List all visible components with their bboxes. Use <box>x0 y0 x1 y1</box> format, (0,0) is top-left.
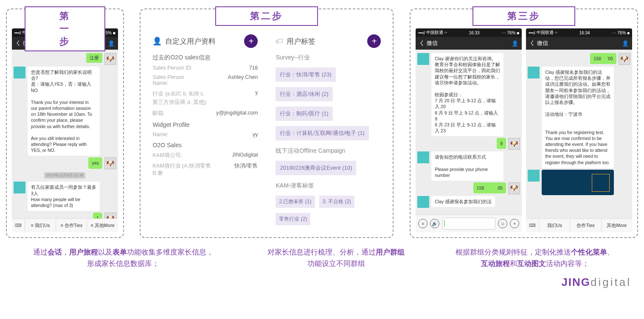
tag-section: 线下活动Offline Campaign <box>276 147 381 155</box>
tag[interactable]: 2.已撩未答 (1) <box>276 196 315 208</box>
brand-logo: JINGdigital <box>561 276 631 288</box>
logo-row: JINGdigital <box>0 274 644 293</box>
tag[interactable]: 行业：制药/医疗 (1) <box>276 106 332 121</box>
descriptions-row: 通过会话，用户旅程以及表单功能收集多维度家长信息，形成家长信息数据库； 对家长信… <box>0 238 644 274</box>
field-label: KAM填公司: <box>152 152 182 159</box>
avatar <box>417 196 429 208</box>
menu-us[interactable]: 我们Us <box>539 219 570 232</box>
message-bubble: Clay 谢谢你们的关注和咨询。教育分享会和校园体验日是了解我校的最好交流平台，… <box>431 53 503 136</box>
avatar <box>417 151 429 163</box>
section-header: 过去的O2O sales信息 <box>152 54 258 62</box>
phone-3a: •••ıl中国联通⌔ 16:33 ⋯ 76% ■ く 微信 👤 Clay 谢谢你… <box>416 28 522 232</box>
field-value: Ashley Chen <box>228 74 258 86</box>
status-bar: •••ıl中国联通⌔ 16:33 ⋯ 76% ■ <box>416 28 522 37</box>
menu-more[interactable]: ≡ 其他More <box>87 219 118 232</box>
tag[interactable]: 零售行业 (2) <box>276 213 310 225</box>
avatar: 🐶 <box>508 182 520 194</box>
avatar <box>528 170 540 182</box>
field-label: KAM填行业 (A.快消零售 B.奢 <box>152 162 212 177</box>
timestamp-wrap: 2017年11月6日 21:38 <box>14 171 116 180</box>
menu-ties[interactable]: ≡ 合作Ties <box>56 219 87 232</box>
bottom-menu-bar: ⌨ 我们Us 合作Ties 其他More <box>526 218 632 232</box>
chat-input[interactable] <box>442 218 495 229</box>
field-label: Sales Person ID: <box>152 65 192 71</box>
menu-more[interactable]: 其他More <box>601 219 632 232</box>
tag[interactable]: 20190228澳商会议Event (10) <box>276 161 356 175</box>
tags-panel: 🏷 用户标签 + Survey--行业 行业：快消/零售 (23) 行业：酒店/… <box>269 28 388 232</box>
register-button[interactable]: 注册 <box>86 53 102 63</box>
back-icon[interactable]: く <box>15 39 21 47</box>
plus-icon[interactable]: + <box>510 219 519 228</box>
reply-bubble: yes <box>88 157 102 168</box>
signal-icon: •••ıl <box>418 31 425 35</box>
keyboard-icon[interactable]: ⌨ <box>526 223 539 228</box>
reply-row: 🐶 yes <box>14 157 116 169</box>
reply-bubble: 158 05 <box>473 182 506 193</box>
signal-icon: •••ıl <box>529 31 535 35</box>
tag[interactable]: 行业：酒店/休闲 (2) <box>276 87 332 101</box>
back-icon[interactable]: く <box>419 39 425 47</box>
tag[interactable]: 行业：快消/零售 (23) <box>276 67 335 82</box>
field-label: 行业 (a.B2C b. B2B c. 第三方供应商 d. 其他): <box>152 90 208 106</box>
message-row: Clay 谢谢你们的关注和咨询。教育分享会和校园体验日是了解我校的最好交流平台，… <box>417 53 520 136</box>
chat-area: 🐶 注册 您是否想了解我们的家长说明会? 是：请输入YES，否：请输入NO Th… <box>12 50 118 218</box>
status-time: 16:33 <box>469 31 480 35</box>
nav-title: 微信 <box>427 39 510 47</box>
timestamp: 2017年11月6日 21:38 <box>44 172 85 179</box>
carrier-text: 中国联通 <box>537 30 554 36</box>
nav-title: 微信 <box>537 39 620 47</box>
panel-header: 🏷 用户标签 + <box>276 34 381 48</box>
nav-user-icon[interactable]: 👤 <box>512 40 518 47</box>
desc-2: 对家长信息进行梳理、分析，通过用户群组功能设立不同群组 <box>267 246 405 269</box>
field-label: 邮箱: <box>152 110 165 117</box>
menu-icon[interactable]: ≡ <box>418 219 427 228</box>
status-right: ⋯ 76% ■ <box>612 31 630 35</box>
nav-user-icon[interactable]: 👤 <box>622 40 629 47</box>
message-bubble: Clay 感谢报名参加我们的活 <box>431 196 495 207</box>
phone-1: •••ıl 中国联通 ⌔ 16:35 ⋯ 75% ■ く 微信 👤 🐶 注册 <box>12 28 118 232</box>
panel-title-text: 自定义用户资料 <box>165 36 216 46</box>
step-2-label: 第二步 <box>215 6 318 26</box>
carrier-text: 中国联通 <box>426 30 443 36</box>
menu-us[interactable]: ≡ 我们Us <box>25 219 56 232</box>
desc-3: 根据群组分类规则特征，定制化推送个性化菜单、互动旅程和互动图文活动内容等； <box>456 246 614 269</box>
tag[interactable]: 3. 不合格 (2) <box>319 196 354 208</box>
register-row: 🐶 注册 <box>14 53 116 65</box>
keyboard-icon[interactable]: ⌨ <box>12 223 25 228</box>
reply-row: 🐶 158 05 <box>417 182 520 194</box>
tag-icon: 🏷 <box>276 37 283 46</box>
add-button[interactable]: + <box>244 34 258 48</box>
signal-icon: •••ıl <box>14 31 21 35</box>
tag[interactable]: 行业：计算机/互联网/通信/电子 (1) <box>276 126 368 140</box>
step-1-label: 第一步 <box>25 6 105 51</box>
image-card[interactable] <box>542 170 614 195</box>
wifi-icon: ⌔ <box>555 31 557 35</box>
avatar: 🐶 <box>508 138 520 150</box>
step-3: 第三步 •••ıl中国联通⌔ 16:33 ⋯ 76% ■ く 微信 👤 Cla <box>410 8 638 238</box>
step-2-box: 👤 自定义用户资料 + 过去的O2O sales信息 Sales Person … <box>140 8 394 238</box>
message-bubble: Clay 感谢报名参加我们的活动，您已完成所有报名步骤，并成功注册我们的活动。如… <box>542 67 614 168</box>
voice-icon[interactable]: 🔊 <box>430 219 439 228</box>
back-icon[interactable]: く <box>529 39 535 47</box>
menu-ties[interactable]: 合作Ties <box>570 219 601 232</box>
panel-title: 🏷 用户标签 <box>276 36 315 46</box>
panel-header: 👤 自定义用户资料 + <box>152 34 258 48</box>
avatar <box>14 67 25 78</box>
emoji-icon[interactable]: ☺ <box>498 219 507 228</box>
field-value: y@jingdigital.com <box>216 110 258 117</box>
avatar <box>528 67 540 78</box>
chat-area: 🐶 158 '05 Clay 感谢报名参加我们的活动，您已完成所有报名步骤，并成… <box>526 50 632 218</box>
phone-3b: •••ıl中国联通⌔ 16:34 ⋯ 76% ■ く 微信 👤 🐶 158 '0… <box>526 28 632 232</box>
profile-icon: 👤 <box>152 36 162 46</box>
step-1: 第一步 •••ıl 中国联通 ⌔ 16:35 ⋯ 75% ■ く 微信 👤 <box>6 8 124 238</box>
section-header: Widget Profile <box>152 121 258 128</box>
section-header: O2O Sales <box>152 142 258 148</box>
avatar <box>417 53 429 65</box>
field-value: JINGdigital <box>232 152 258 159</box>
message-bubble: 请告知您的电话联系方式 Please provide your phone nu… <box>431 151 503 181</box>
nav-user-icon[interactable]: 👤 <box>108 40 115 47</box>
message-row: Clay 感谢报名参加我们的活动，您已完成所有报名步骤，并成功注册我们的活动。如… <box>528 67 630 168</box>
reply-bubble: 158 '05 <box>590 53 616 64</box>
add-button[interactable]: + <box>367 34 381 48</box>
status-right: ⋯ 76% ■ <box>502 31 520 35</box>
